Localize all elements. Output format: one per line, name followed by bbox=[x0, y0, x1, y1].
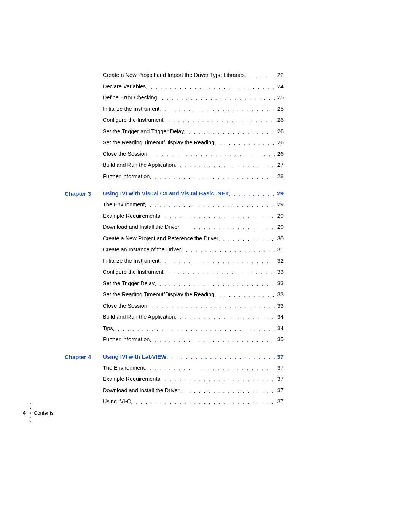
toc-entry-page: 27 bbox=[277, 162, 284, 168]
toc-entry-page: 29 bbox=[277, 213, 284, 219]
toc-entry-title: The Environment bbox=[103, 365, 145, 371]
toc-entry[interactable]: Create a New Project and Reference the D… bbox=[103, 236, 284, 241]
toc-entry-title: Build and Run the Application bbox=[103, 314, 175, 320]
vertical-dots-icon bbox=[30, 403, 31, 422]
leader-dots: . . . . . . . . . . . . . . . . . . . . … bbox=[175, 315, 276, 320]
chapter-title: Using IVI with Visual C# and Visual Basi… bbox=[103, 190, 229, 196]
leader-dots: . . . . . . . . . . . . . . . . . . . . … bbox=[246, 73, 277, 78]
toc-entry-title: Close the Session bbox=[103, 151, 147, 157]
page: Create a New Project and Import the Driv… bbox=[0, 0, 411, 532]
leader-dots: . . . . . . . . . . . . . . . . . . . . … bbox=[167, 355, 277, 360]
toc-entry[interactable]: Configure the Instrument . . . . . . . .… bbox=[103, 117, 284, 123]
toc-entry-title: Build and Run the Application bbox=[103, 162, 175, 168]
toc-entry[interactable]: Build and Run the Application . . . . . … bbox=[103, 162, 284, 168]
toc-entry[interactable]: Download and Install the Driver . . . . … bbox=[103, 388, 284, 393]
toc-entry-title: Configure the Instrument bbox=[103, 117, 164, 123]
toc-entry-page: 37 bbox=[277, 376, 284, 382]
toc-entry[interactable]: Further Information . . . . . . . . . . … bbox=[103, 174, 284, 179]
chapter-title: Using IVI with LabVIEW bbox=[103, 354, 167, 359]
toc-entry-page: 30 bbox=[277, 236, 284, 241]
toc-entry[interactable]: Using IVI-C . . . . . . . . . . . . . . … bbox=[103, 399, 284, 404]
toc-entry-page: 25 bbox=[277, 95, 284, 101]
toc-entry-title: Configure the Instrument bbox=[103, 269, 164, 275]
toc-entry-page: 22 bbox=[277, 72, 284, 78]
toc-entry-title: Set the Reading Timeout/Display the Read… bbox=[103, 292, 214, 297]
toc-entry[interactable]: Example Requirements . . . . . . . . . .… bbox=[103, 376, 284, 382]
toc-entry-page: 28 bbox=[277, 174, 284, 179]
leader-dots: . . . . . . . . . . . . . . . . . . . . … bbox=[150, 337, 277, 342]
toc-entry[interactable]: Define Error Checking . . . . . . . . . … bbox=[103, 95, 284, 101]
leader-dots: . . . . . . . . . . . . . . . . . . . . … bbox=[131, 399, 277, 404]
toc-entry[interactable]: The Environment . . . . . . . . . . . . … bbox=[103, 365, 284, 371]
toc-entry-title: Download and Install the Driver bbox=[103, 388, 180, 393]
leader-dots: . . . . . . . . . . . . . . . . . . . . … bbox=[146, 84, 276, 89]
toc-entry-title: Using IVI-C bbox=[103, 399, 131, 404]
footer-label: Contents bbox=[34, 410, 54, 416]
page-number: 4 bbox=[23, 410, 26, 416]
toc-entry[interactable]: Set the Trigger Delay . . . . . . . . . … bbox=[103, 281, 284, 286]
toc-entry-title: Close the Session bbox=[103, 303, 147, 309]
leader-dots: . . . . . . . . . . . . . . . . . . . . … bbox=[184, 129, 277, 134]
leader-dots: . . . . . . . . . . . . . . . . . . . . … bbox=[155, 281, 277, 286]
toc-entry-title: Declare Variables bbox=[103, 84, 146, 89]
toc-entry-page: 29 bbox=[277, 202, 284, 208]
leader-dots: . . . . . . . . . . . . . . . . . . . . … bbox=[164, 270, 277, 275]
chapter-page: 29 bbox=[276, 190, 284, 196]
leader-dots: . . . . . . . . . . . . . . . . . . . . … bbox=[175, 163, 276, 168]
toc-entry-page: 26 bbox=[277, 117, 284, 123]
toc-entry-title: Define Error Checking bbox=[103, 95, 157, 101]
leader-dots: . . . . . . . . . . . . . . . . . . . . … bbox=[181, 247, 277, 252]
toc-entry-page: 33 bbox=[277, 281, 284, 286]
leader-dots: . . . . . . . . . . . . . . . . . . . . … bbox=[229, 191, 276, 197]
toc-entry[interactable]: Create a New Project and Import the Driv… bbox=[103, 72, 284, 78]
toc-entry-title: Tips bbox=[103, 326, 113, 331]
leader-dots: . . . . . . . . . . . . . . . . . . . . … bbox=[150, 174, 277, 179]
toc-entry-page: 33 bbox=[277, 269, 284, 275]
chapter-heading-row[interactable]: Using IVI with Visual C# and Visual Basi… bbox=[103, 190, 284, 196]
leader-dots: . . . . . . . . . . . . . . . . . . . . … bbox=[113, 326, 277, 331]
chapter-heading-row[interactable]: Using IVI with LabVIEW . . . . . . . . .… bbox=[103, 354, 284, 359]
leader-dots: . . . . . . . . . . . . . . . . . . . . … bbox=[214, 140, 276, 145]
toc-entry-page: 26 bbox=[277, 151, 284, 157]
toc-entry-page: 26 bbox=[277, 140, 284, 145]
toc-entry[interactable]: Download and Install the Driver . . . . … bbox=[103, 224, 284, 230]
leader-dots: . . . . . . . . . . . . . . . . . . . . … bbox=[145, 366, 276, 371]
toc-entry[interactable]: Configure the Instrument . . . . . . . .… bbox=[103, 269, 284, 275]
toc-entry-title: Set the Reading Timeout/Display the Read… bbox=[103, 140, 214, 145]
leader-dots: . . . . . . . . . . . . . . . . . . . . … bbox=[180, 225, 277, 230]
toc-entry-page: 32 bbox=[277, 258, 284, 264]
toc-entry[interactable]: Initialize the Instrument . . . . . . . … bbox=[103, 106, 284, 112]
toc-entry-page: 33 bbox=[277, 303, 284, 309]
toc-entry-page: 33 bbox=[277, 292, 284, 297]
leader-dots: . . . . . . . . . . . . . . . . . . . . … bbox=[214, 292, 276, 297]
toc-entry-title: Download and Install the Driver bbox=[103, 224, 180, 230]
toc-entry-title: The Environment bbox=[103, 202, 145, 208]
toc-entry[interactable]: Initialize the Instrument . . . . . . . … bbox=[103, 258, 284, 264]
toc-entry-title: Example Requirements bbox=[103, 213, 160, 219]
chapter-label: Chapter 4 bbox=[65, 354, 103, 360]
leader-dots: . . . . . . . . . . . . . . . . . . . . … bbox=[145, 202, 276, 208]
toc-entry[interactable]: Declare Variables . . . . . . . . . . . … bbox=[103, 84, 284, 89]
toc-entry[interactable]: Set the Reading Timeout/Display the Read… bbox=[103, 292, 284, 297]
toc-entry[interactable]: Further Information . . . . . . . . . . … bbox=[103, 337, 284, 342]
toc-entry-page: 35 bbox=[277, 337, 284, 342]
toc-entry-page: 34 bbox=[277, 314, 284, 320]
toc-entry-title: Further Information bbox=[103, 337, 150, 342]
toc-entry[interactable]: Set the Reading Timeout/Display the Read… bbox=[103, 140, 284, 145]
toc-entry[interactable]: The Environment . . . . . . . . . . . . … bbox=[103, 202, 284, 208]
leader-dots: . . . . . . . . . . . . . . . . . . . . … bbox=[159, 259, 277, 264]
toc-entry[interactable]: Set the Trigger and Trigger Delay . . . … bbox=[103, 129, 284, 134]
toc-entry[interactable]: Tips . . . . . . . . . . . . . . . . . .… bbox=[103, 326, 284, 331]
page-footer: 4 Contents bbox=[23, 405, 54, 420]
toc-entry[interactable]: Close the Session . . . . . . . . . . . … bbox=[103, 303, 284, 309]
table-of-contents: Create a New Project and Import the Driv… bbox=[65, 72, 284, 410]
toc-entry[interactable]: Build and Run the Application . . . . . … bbox=[103, 314, 284, 320]
toc-entry[interactable]: Example Requirements . . . . . . . . . .… bbox=[103, 213, 284, 219]
chapter-page: 37 bbox=[276, 354, 284, 359]
toc-entry[interactable]: Create an Instance of the Driver . . . .… bbox=[103, 247, 284, 252]
toc-entry-page: 31 bbox=[277, 247, 284, 252]
toc-entry-title: Create a New Project and Reference the D… bbox=[103, 236, 218, 241]
toc-entry[interactable]: Close the Session . . . . . . . . . . . … bbox=[103, 151, 284, 157]
leader-dots: . . . . . . . . . . . . . . . . . . . . … bbox=[159, 107, 277, 112]
leader-dots: . . . . . . . . . . . . . . . . . . . . … bbox=[160, 214, 277, 219]
